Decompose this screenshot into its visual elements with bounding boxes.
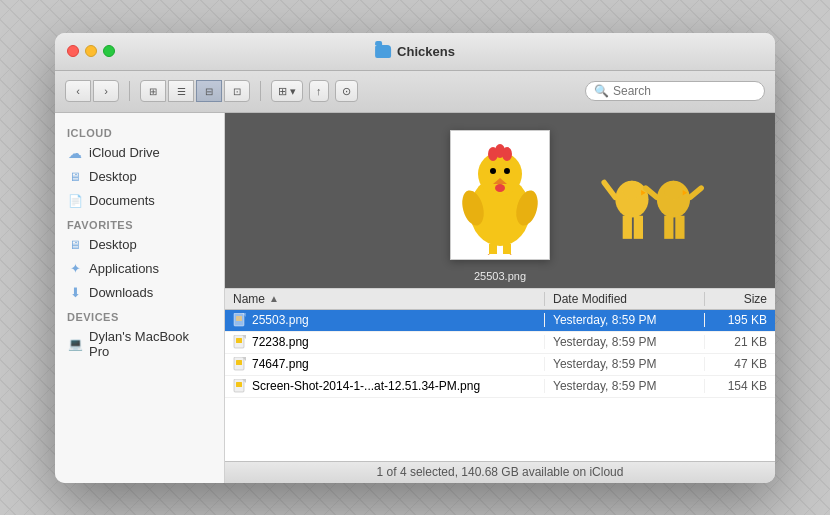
svg-rect-5 xyxy=(634,215,643,238)
table-row[interactable]: Screen-Shot-2014-1-...at-12.51.34-PM.png… xyxy=(225,376,775,398)
file-size: 195 KB xyxy=(705,313,775,327)
file-name: Screen-Shot-2014-1-...at-12.51.34-PM.png xyxy=(252,379,480,393)
table-row[interactable]: 25503.png Yesterday, 8:59 PM 195 KB xyxy=(225,310,775,332)
svg-rect-26 xyxy=(503,244,511,254)
status-bar: 1 of 4 selected, 140.68 GB available on … xyxy=(225,461,775,483)
file-name: 74647.png xyxy=(252,357,309,371)
file-area: 25503.png Name ▲ Date Modified Size xyxy=(225,113,775,483)
main-preview-image xyxy=(450,130,550,260)
sidebar-item-label: Desktop xyxy=(89,237,137,252)
file-icon xyxy=(233,379,247,393)
sidebar-item-label: Dylan's MacBook Pro xyxy=(89,329,212,359)
file-list: 25503.png Yesterday, 8:59 PM 195 KB 7223… xyxy=(225,310,775,461)
search-box[interactable]: 🔍 xyxy=(585,81,765,101)
desktop2-icon: 🖥 xyxy=(67,237,83,253)
folder-icon xyxy=(375,45,391,58)
search-input[interactable] xyxy=(613,84,756,98)
sidebar-item-icloud-drive[interactable]: ☁ iCloud Drive xyxy=(55,141,224,165)
preview-filename: 25503.png xyxy=(474,270,526,282)
file-name: 72238.png xyxy=(252,335,309,349)
sidebar-item-macbook[interactable]: 💻 Dylan's MacBook Pro xyxy=(55,325,224,363)
sidebar-item-label: Applications xyxy=(89,261,159,276)
forward-button[interactable]: › xyxy=(93,80,119,102)
svg-point-20 xyxy=(504,168,510,174)
svg-point-22 xyxy=(495,184,505,192)
devices-section-label: Devices xyxy=(55,305,224,325)
maximize-button[interactable] xyxy=(103,45,115,57)
column-headers: Name ▲ Date Modified Size xyxy=(225,288,775,310)
col-header-name[interactable]: Name ▲ xyxy=(225,292,545,306)
action-button[interactable]: ↑ xyxy=(309,80,329,102)
sidebar: iCloud ☁ iCloud Drive 🖥 Desktop 📄 Docume… xyxy=(55,113,225,483)
cloud-icon: ☁ xyxy=(67,145,83,161)
sidebar-item-desktop[interactable]: 🖥 Desktop xyxy=(55,165,224,189)
table-row[interactable]: 74647.png Yesterday, 8:59 PM 47 KB xyxy=(225,354,775,376)
file-icon xyxy=(233,335,247,349)
sort-arrow: ▲ xyxy=(269,293,279,304)
main-chicken-svg xyxy=(455,135,545,255)
sidebar-item-label: iCloud Drive xyxy=(89,145,160,160)
close-button[interactable] xyxy=(67,45,79,57)
downloads-icon: ⬇ xyxy=(67,285,83,301)
svg-rect-25 xyxy=(489,244,497,254)
view-buttons: ⊞ ☰ ⊟ ⊡ xyxy=(140,80,250,102)
secondary-chicken-svg xyxy=(595,158,715,268)
view-coverflow-button[interactable]: ⊟ xyxy=(196,80,222,102)
svg-rect-30 xyxy=(236,316,242,321)
main-content: iCloud ☁ iCloud Drive 🖥 Desktop 📄 Docume… xyxy=(55,113,775,483)
svg-line-3 xyxy=(604,182,615,197)
file-size: 154 KB xyxy=(705,379,775,393)
sidebar-item-desktop2[interactable]: 🖥 Desktop xyxy=(55,233,224,257)
file-name-cell: Screen-Shot-2014-1-...at-12.51.34-PM.png xyxy=(225,379,545,393)
file-size: 21 KB xyxy=(705,335,775,349)
arrange-button[interactable]: ⊞ ▾ xyxy=(271,80,303,102)
svg-point-7 xyxy=(664,180,682,198)
back-button[interactable]: ‹ xyxy=(65,80,91,102)
separator-1 xyxy=(129,81,130,101)
col-header-date[interactable]: Date Modified xyxy=(545,292,705,306)
nav-buttons: ‹ › xyxy=(65,80,119,102)
file-name-cell: 72238.png xyxy=(225,335,545,349)
sidebar-item-label: Desktop xyxy=(89,169,137,184)
svg-marker-27 xyxy=(483,254,491,255)
svg-point-18 xyxy=(502,147,512,161)
svg-marker-28 xyxy=(505,254,513,255)
computer-icon: 💻 xyxy=(67,336,83,352)
file-icon xyxy=(233,313,247,327)
svg-point-1 xyxy=(623,180,641,198)
sidebar-item-label: Downloads xyxy=(89,285,153,300)
svg-line-10 xyxy=(690,188,701,197)
file-date: Yesterday, 8:59 PM xyxy=(545,379,705,393)
view-gallery-button[interactable]: ⊡ xyxy=(224,80,250,102)
svg-rect-33 xyxy=(236,338,242,343)
search-icon: 🔍 xyxy=(594,84,609,98)
title-text: Chickens xyxy=(397,44,455,59)
file-name-cell: 74647.png xyxy=(225,357,545,371)
view-icon-button[interactable]: ⊞ xyxy=(140,80,166,102)
svg-rect-12 xyxy=(675,215,684,238)
icloud-section-label: iCloud xyxy=(55,121,224,141)
titlebar: Chickens xyxy=(55,33,775,71)
toolbar: ‹ › ⊞ ☰ ⊟ ⊡ ⊞ ▾ ↑ ⊙ 🔍 xyxy=(55,71,775,113)
sidebar-item-downloads[interactable]: ⬇ Downloads xyxy=(55,281,224,305)
sidebar-item-applications[interactable]: ✦ Applications xyxy=(55,257,224,281)
svg-point-19 xyxy=(490,168,496,174)
table-row[interactable]: 72238.png Yesterday, 8:59 PM 21 KB xyxy=(225,332,775,354)
window-title: Chickens xyxy=(375,44,455,59)
favorites-section-label: Favorites xyxy=(55,213,224,233)
minimize-button[interactable] xyxy=(85,45,97,57)
col-header-size[interactable]: Size xyxy=(705,292,775,306)
sidebar-item-documents[interactable]: 📄 Documents xyxy=(55,189,224,213)
share-button[interactable]: ⊙ xyxy=(335,80,358,102)
file-icon xyxy=(233,357,247,371)
view-list-button[interactable]: ☰ xyxy=(168,80,194,102)
secondary-preview xyxy=(595,158,715,268)
file-size: 47 KB xyxy=(705,357,775,371)
file-date: Yesterday, 8:59 PM xyxy=(545,313,705,327)
file-name-cell: 25503.png xyxy=(225,313,545,327)
file-name: 25503.png xyxy=(252,313,309,327)
documents-icon: 📄 xyxy=(67,193,83,209)
separator-2 xyxy=(260,81,261,101)
traffic-lights xyxy=(67,45,115,57)
file-date: Yesterday, 8:59 PM xyxy=(545,357,705,371)
